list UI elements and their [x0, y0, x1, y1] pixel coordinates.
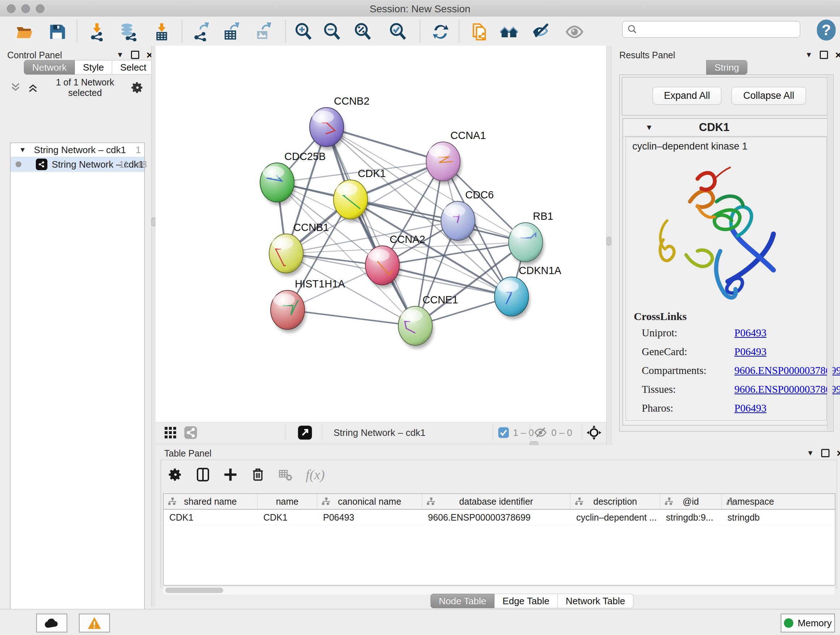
duplicate-network-icon[interactable]: [470, 22, 490, 42]
crosslink-pharos-link[interactable]: P06493: [734, 402, 767, 414]
collection-expand-icon[interactable]: ▼: [19, 146, 26, 154]
tab-edge-table[interactable]: Edge Table: [494, 594, 558, 608]
scrollbar-thumb[interactable]: [165, 587, 223, 593]
search-input[interactable]: [641, 24, 796, 35]
network-canvas[interactable]: CCNB2CCNA1CDC25BCDK1CDC6RB1CCNB1CCNA2CDK…: [156, 46, 606, 422]
crosslink-uniprot-link[interactable]: P06493: [734, 327, 767, 339]
horizontal-splitter[interactable]: [156, 442, 606, 445]
network-view-icon[interactable]: [184, 426, 197, 440]
search-icon: [627, 24, 638, 35]
zoom-out-icon[interactable]: [322, 22, 342, 42]
expand-all-networks-icon[interactable]: [27, 82, 39, 93]
crosslink-compartments-link[interactable]: 9606.ENSP00000378699: [734, 364, 840, 377]
table-header-row: shared name name canonical name database…: [164, 494, 835, 510]
table-horizontal-scrollbar[interactable]: [163, 586, 835, 594]
memory-button[interactable]: Memory: [781, 614, 835, 632]
save-session-icon[interactable]: [47, 22, 67, 42]
table-row[interactable]: CDK1 CDK1 P06493 9606.ENSP00000378699 cy…: [164, 510, 835, 525]
network-graph[interactable]: CCNB2CCNA1CDC25BCDK1CDC6RB1CCNB1CCNA2CDK…: [156, 46, 606, 422]
tab-network[interactable]: Network: [24, 60, 75, 74]
column-header-canonical-name[interactable]: canonical name: [317, 494, 422, 509]
tab-network-table[interactable]: Network Table: [558, 594, 633, 608]
birdseye-navigator-icon[interactable]: [586, 424, 602, 440]
tab-node-table[interactable]: Node Table: [431, 594, 494, 608]
tab-select[interactable]: Select: [112, 60, 155, 74]
window-title: Session: New Session: [0, 3, 840, 15]
results-panel-close-icon[interactable]: ×: [835, 51, 840, 59]
selected-checkbox-icon[interactable]: [498, 427, 509, 439]
network-collection-row[interactable]: ▼ String Network – cdk1 1: [11, 143, 144, 157]
network-row-label: String Network – cdk1: [52, 159, 144, 170]
search-box[interactable]: [622, 21, 800, 38]
export-table-icon[interactable]: [221, 22, 242, 42]
open-in-new-window-icon[interactable]: [297, 425, 313, 440]
right-splitter[interactable]: [606, 46, 611, 445]
table-settings-gear-icon[interactable]: [168, 467, 183, 482]
crosslink-genecard-link[interactable]: P06493: [734, 346, 767, 358]
results-panel-menu-icon[interactable]: ▼: [805, 51, 813, 59]
table-panel-close-icon[interactable]: ×: [837, 450, 840, 457]
protein-collapse-icon[interactable]: ▼: [645, 123, 653, 132]
crosslink-tissues-link[interactable]: 9606.ENSP00000378699: [734, 383, 840, 395]
table-panel-float-icon[interactable]: [821, 449, 829, 457]
table-panel-menu-icon[interactable]: ▼: [807, 449, 814, 457]
crosslinks-title: CrossLinks: [634, 310, 687, 323]
column-header-name[interactable]: name: [257, 494, 317, 509]
expand-all-button[interactable]: Expand All: [653, 87, 722, 105]
column-header-id[interactable]: @id: [660, 494, 722, 509]
open-session-icon[interactable]: [14, 22, 35, 42]
collapse-all-networks-icon[interactable]: [9, 82, 22, 93]
create-column-plus-icon[interactable]: [223, 467, 238, 482]
show-graphics-details-icon[interactable]: [564, 22, 584, 42]
export-network-icon[interactable]: [191, 22, 211, 42]
crosslink-label: Compartments:: [642, 364, 706, 377]
warnings-button[interactable]: [79, 614, 110, 632]
collection-label: String Network – cdk1: [34, 144, 126, 156]
import-table-file-icon[interactable]: [152, 22, 172, 42]
hidden-count: 0 – 0: [551, 427, 572, 439]
node-RB1: RB1: [508, 211, 553, 265]
toolbar-separator: [285, 20, 286, 43]
table-panel-title: Table Panel: [164, 448, 212, 459]
network-node-count: 11: [119, 159, 129, 170]
control-panel: Control Panel ▼ × Network Style Select S…: [0, 46, 151, 607]
node-table[interactable]: shared name name canonical name database…: [163, 494, 835, 585]
node-CDC6: CDC6: [441, 189, 494, 244]
control-panel-float-icon[interactable]: [131, 51, 139, 59]
toolbar-separator: [182, 20, 182, 43]
grid-view-icon[interactable]: [164, 426, 177, 440]
export-image-icon[interactable]: [253, 22, 273, 42]
tab-style[interactable]: Style: [75, 60, 112, 74]
tab-string[interactable]: String: [706, 60, 747, 74]
right-splitter-handle[interactable]: [606, 237, 611, 245]
column-header-description[interactable]: description: [570, 494, 660, 509]
refresh-icon[interactable]: [431, 22, 451, 42]
show-columns-icon[interactable]: [196, 467, 210, 482]
results-panel-float-icon[interactable]: [820, 51, 828, 59]
collapse-all-button[interactable]: Collapse All: [731, 87, 806, 105]
help-button[interactable]: ?: [817, 19, 836, 41]
zoom-selected-icon[interactable]: [388, 22, 408, 42]
import-network-database-icon[interactable]: [118, 22, 139, 42]
cell-namespace: stringdb: [722, 510, 780, 525]
cloud-button[interactable]: [36, 614, 67, 632]
zoom-fit-icon[interactable]: [353, 22, 373, 42]
import-network-file-icon[interactable]: [87, 22, 107, 42]
column-header-shared-name[interactable]: shared name: [164, 494, 257, 509]
network-row-selected[interactable]: String Network – cdk1 11 48: [11, 157, 144, 172]
column-header-namespace[interactable]: namespace: [722, 494, 780, 509]
control-panel-menu-icon[interactable]: ▼: [117, 51, 124, 59]
network-edge-count: 48: [136, 159, 147, 170]
column-header-database-identifier[interactable]: database identifier: [422, 494, 570, 509]
string-network-icon: [36, 158, 47, 170]
results-scrollbar[interactable]: [827, 76, 832, 431]
warning-icon: [87, 616, 102, 630]
zoom-in-icon[interactable]: [294, 22, 314, 42]
protein-description: cyclin–dependent kinase 1: [632, 141, 747, 152]
delete-column-trash-icon[interactable]: [251, 467, 265, 482]
show-all-panels-icon[interactable]: [499, 22, 519, 42]
network-options-gear-icon[interactable]: [131, 81, 144, 94]
node-label-CDKN1A: CDKN1A: [519, 264, 561, 276]
hide-all-panels-icon[interactable]: [531, 22, 551, 42]
protein-name: CDK1: [699, 121, 729, 134]
